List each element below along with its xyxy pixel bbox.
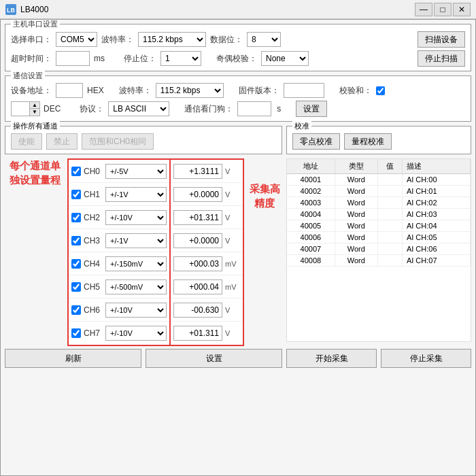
spinner-box: ▲ ▼ [29,101,40,116]
svg-text:LB: LB [7,7,15,14]
ch-range-select[interactable]: +/-5V+/-1V+/-10V+/-150mV+/-500mV+/-2.5V [105,326,167,341]
data-table: 地址 类型 值 描述 40001WordAI CH:0040002WordAI … [286,158,471,342]
ch-value-input[interactable] [173,303,222,318]
databits-select[interactable]: 8 [247,32,281,47]
stopbit-select[interactable]: 1 [160,51,201,66]
cell-value [377,255,402,267]
stop-scan-button[interactable]: 停止扫描 [418,50,465,67]
spinner-unit: DEC [44,104,61,114]
table-row: 40001WordAI CH:00 [287,174,471,186]
register-table: 地址 类型 值 描述 40001WordAI CH:0040002WordAI … [287,159,471,267]
start-collect-button[interactable]: 开始采集 [286,349,377,368]
close-button[interactable]: ✕ [453,3,471,16]
ch-checkbox[interactable] [71,167,81,176]
annotation-left: 每个通道单独设置量程 [5,158,65,187]
cell-value [377,209,402,220]
cell-desc: AI CH:04 [402,220,470,232]
baud-select[interactable]: 115.2 kbps [138,32,206,47]
ch-value-input[interactable] [173,164,222,179]
spinner-input[interactable]: 1 [12,102,29,116]
comm-row1: 设备地址： 01 HEX 波特率： 115.2 kbps 固件版本： A2.02… [11,83,465,98]
channel-list: CH0+/-5V+/-1V+/-10V+/-150mV+/-500mV+/-2.… [67,158,171,346]
col-addr: 地址 [287,159,335,174]
ch-range-select[interactable]: +/-5V+/-1V+/-10V+/-150mV+/-500mV+/-2.5V [105,164,167,179]
calib-section: 校准 零点校准 量程校准 [286,126,471,154]
table-row: 40002WordAI CH:01 [287,186,471,197]
set-button[interactable]: 设置 [146,349,282,368]
ch-checkbox[interactable] [71,213,81,222]
ch-label: CH4 [84,259,103,269]
refresh-button[interactable]: 刷新 [5,349,141,368]
ch-checkbox[interactable] [71,282,81,292]
ch-unit-label: V [225,167,240,175]
ch-range-select[interactable]: +/-5V+/-1V+/-10V+/-150mV+/-500mV+/-2.5V [105,303,167,318]
right-panel: 校准 零点校准 量程校准 地址 类型 值 描述 [286,126,471,368]
ch-label: CH5 [84,282,103,292]
value-row: V [171,206,243,229]
fw-label: 固件版本： [239,85,279,97]
comm-set-button[interactable]: 设置 [296,101,327,117]
ch-range-select[interactable]: +/-5V+/-1V+/-10V+/-150mV+/-500mV+/-2.5V [105,256,167,271]
timeout-input[interactable]: 80 [56,51,90,66]
ch-unit-label: V [225,190,240,199]
cell-value [377,174,402,186]
ch-unit-label: mV [225,283,240,291]
maximize-button[interactable]: □ [434,3,452,16]
cell-type: Word [335,220,377,232]
value-row: V [171,299,243,322]
cell-addr: 40008 [287,255,335,267]
addr-label: 设备地址： [11,85,52,97]
spinner-up[interactable]: ▲ [30,102,39,109]
scan-button[interactable]: 扫描设备 [418,31,465,48]
ch-value-input[interactable] [173,210,222,225]
ch-value-input[interactable] [173,256,222,271]
ch-value-input[interactable] [173,326,222,341]
channel-row: CH2+/-5V+/-1V+/-10V+/-150mV+/-500mV+/-2.… [69,206,169,229]
ch-value-input[interactable] [173,187,222,202]
comm-baud-select[interactable]: 115.2 kbps [156,83,224,98]
ch-range-select[interactable]: +/-5V+/-1V+/-10V+/-150mV+/-500mV+/-2.5V [105,210,167,225]
timeout-label: 超时时间： [11,53,52,65]
app-title: LB4000 [20,5,48,14]
checksum-checkbox[interactable] [376,86,385,95]
channel-lists: CH0+/-5V+/-1V+/-10V+/-150mV+/-500mV+/-2.… [67,158,244,346]
zero-calib-button[interactable]: 零点校准 [292,133,340,150]
protocol-select[interactable]: LB ASCII Modbus RTU [108,101,169,116]
minimize-button[interactable]: — [415,3,432,16]
stop-collect-button[interactable]: 停止采集 [381,349,471,368]
table-row: 40004WordAI CH:03 [287,209,471,220]
cell-desc: AI CH:01 [402,186,470,197]
cell-desc: AI CH:00 [402,174,470,186]
ch-value-input[interactable] [173,279,222,294]
spinner-down[interactable]: ▼ [30,109,39,116]
ch-checkbox[interactable] [71,305,81,315]
ch-checkbox[interactable] [71,259,81,269]
port-select[interactable]: COM5 [56,32,97,47]
title-bar-controls: — □ ✕ [415,3,471,16]
ch-unit-label: V [225,237,240,245]
ch-value-input[interactable] [173,233,222,248]
cell-type: Word [335,255,377,267]
sync-button[interactable]: 范围和CH0相同 [82,133,154,150]
ch-range-select[interactable]: +/-5V+/-1V+/-10V+/-150mV+/-500mV+/-2.5V [105,233,167,248]
ch-checkbox[interactable] [71,236,81,245]
watchdog-input[interactable]: 0.0 [237,101,271,116]
range-calib-button[interactable]: 量程校准 [344,133,392,150]
addr-input[interactable]: 01 [56,83,83,98]
title-bar-left: LB LB4000 [5,4,48,15]
cell-type: Word [335,174,377,186]
ch-checkbox[interactable] [71,190,81,199]
addr-unit: HEX [87,86,104,95]
ops-row: 使能 禁止 范围和CH0相同 [11,133,276,150]
ch-unit-label: V [225,329,240,337]
fw-input[interactable]: A2.02 [284,83,324,98]
ch-range-select[interactable]: +/-5V+/-1V+/-10V+/-150mV+/-500mV+/-2.5V [105,187,167,202]
ch-range-select[interactable]: +/-5V+/-1V+/-10V+/-150mV+/-500mV+/-2.5V [105,279,167,294]
cell-value [377,186,402,197]
enable-button[interactable]: 使能 [11,133,42,150]
disable-button[interactable]: 禁止 [46,133,78,150]
parity-select[interactable]: None [261,51,309,66]
channel-row: CH4+/-5V+/-1V+/-10V+/-150mV+/-500mV+/-2.… [69,252,169,275]
cell-value [377,232,402,243]
ch-checkbox[interactable] [71,328,81,338]
